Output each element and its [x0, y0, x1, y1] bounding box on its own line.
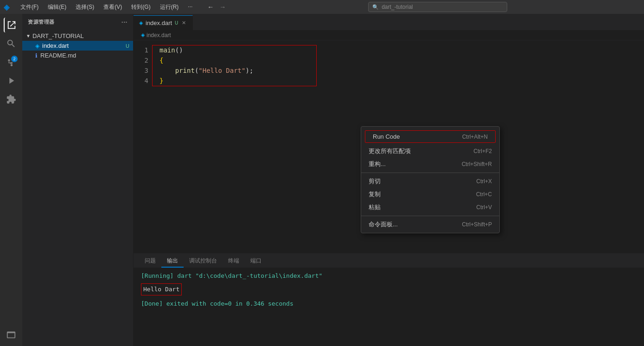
tab-bar: ◈ index.dart U ✕ — [134, 14, 644, 30]
menu-select[interactable]: 选择(S) — [72, 2, 98, 12]
ctx-cut-label: 剪切 — [369, 177, 381, 186]
breadcrumb: ◈ index.dart — [134, 30, 644, 40]
code-line-2: { — [159, 55, 644, 65]
search-bar: 🔍 dart_-tutorial — [235, 2, 640, 12]
ctx-divider-1 — [361, 173, 499, 173]
file-label-index: index.dart — [42, 42, 69, 49]
dart-file-icon: ◈ — [35, 43, 39, 49]
line-num-2: 2 — [137, 55, 148, 65]
output-running-line: [Running] dart "d:\code\dart_-tutorial\i… — [141, 271, 637, 281]
panel-tab-bar: 问题 输出 调试控制台 终端 端口 — [134, 254, 644, 268]
editor-code-area[interactable]: 1 2 3 4 main() { print("Hello Dart"); } — [134, 40, 644, 253]
tab-label: index.dart — [146, 19, 172, 26]
menu-goto[interactable]: 转到(G) — [128, 2, 154, 12]
file-readme[interactable]: ℹ README.md — [22, 51, 133, 60]
ctx-command-palette[interactable]: 命令面板... Ctrl+Shift+P — [361, 218, 499, 231]
panel-tab-problems[interactable]: 问题 — [139, 255, 161, 268]
source-control-badge: 2 — [11, 56, 18, 62]
ctx-run-code-shortcut: Ctrl+Alt+N — [462, 134, 488, 140]
ctx-refactor-shortcut: Ctrl+Shift+R — [462, 161, 492, 167]
ctx-paste-label: 粘贴 — [369, 203, 381, 211]
chevron-down-icon: ▼ — [26, 33, 31, 38]
file-label-readme: README.md — [40, 52, 76, 59]
output-hello-dart: Hello Dart — [141, 283, 182, 295]
ctx-change-all-shortcut: Ctrl+F2 — [473, 148, 492, 154]
file-index-dart[interactable]: ◈ index.dart U — [22, 41, 133, 51]
search-text: dart_-tutorial — [382, 4, 413, 10]
folder-label: DART_-TUTORIAL — [32, 32, 84, 39]
ctx-command-palette-label: 命令面板... — [369, 220, 398, 229]
search-input[interactable]: 🔍 dart_-tutorial — [368, 2, 507, 12]
ctx-copy[interactable]: 复制 Ctrl+C — [361, 188, 499, 201]
menu-file[interactable]: 文件(F) — [17, 2, 42, 12]
menu-more[interactable]: ··· — [184, 2, 196, 12]
vscode-logo: ◈ — [4, 3, 9, 12]
sidebar-tree: ▼ DART_-TUTORIAL ◈ index.dart U ℹ README… — [22, 30, 133, 346]
activity-source-control[interactable]: 2 — [4, 55, 19, 70]
ctx-change-all[interactable]: 更改所有匹配项 Ctrl+F2 — [361, 145, 499, 158]
nav-forward-button[interactable]: → — [217, 2, 228, 12]
code-line-3: print("Hello Dart"); — [159, 65, 644, 76]
code-line-1: main() — [159, 45, 644, 55]
tab-modified-indicator: U — [175, 20, 178, 26]
menu-edit[interactable]: 编辑(E) — [44, 2, 70, 12]
file-modified-badge: U — [126, 43, 129, 49]
activity-search[interactable] — [4, 36, 19, 51]
ctx-paste-shortcut: Ctrl+V — [476, 204, 492, 211]
sidebar-menu-button[interactable]: ··· — [121, 19, 128, 26]
breadcrumb-icon: ◈ — [141, 32, 145, 38]
panel-tab-ports[interactable]: 端口 — [245, 255, 267, 268]
line-num-1: 1 — [137, 45, 148, 55]
search-icon: 🔍 — [372, 4, 379, 10]
ctx-cut-shortcut: Ctrl+X — [476, 178, 492, 185]
menu-run[interactable]: 运行(R) — [156, 2, 183, 12]
tab-index-dart[interactable]: ◈ index.dart U ✕ — [134, 15, 193, 30]
sidebar-header: 资源管理器 ··· — [22, 14, 133, 30]
nav-back-button[interactable]: ← — [205, 2, 216, 12]
menu-view[interactable]: 查看(V) — [100, 2, 126, 12]
sidebar: 资源管理器 ··· ▼ DART_-TUTORIAL ◈ index.dart … — [22, 14, 134, 346]
ctx-paste[interactable]: 粘贴 Ctrl+V — [361, 201, 499, 214]
tab-close-button[interactable]: ✕ — [181, 19, 187, 26]
context-menu: Run Code Ctrl+Alt+N 更改所有匹配项 Ctrl+F2 重构..… — [361, 126, 500, 233]
activity-explorer[interactable] — [4, 18, 19, 32]
activity-run[interactable] — [4, 73, 19, 88]
activity-extensions[interactable] — [4, 92, 19, 107]
output-done-line: [Done] exited with code=0 in 0.346 secon… — [141, 299, 637, 308]
ctx-refactor-label: 重构... — [369, 160, 386, 168]
ctx-run-code[interactable]: Run Code Ctrl+Alt+N — [365, 131, 495, 142]
titlebar: ◈ 文件(F) 编辑(E) 选择(S) 查看(V) 转到(G) 运行(R) ··… — [0, 0, 644, 14]
breadcrumb-text: index.dart — [147, 32, 171, 38]
ctx-copy-shortcut: Ctrl+C — [476, 191, 492, 198]
main-layout: 2 资源管理器 ··· ▼ DART_-TUTORIAL ◈ in — [0, 14, 644, 346]
ctx-command-palette-shortcut: Ctrl+Shift+P — [462, 221, 492, 228]
editor-area: ◈ index.dart U ✕ ◈ index.dart 1 2 3 4 — [134, 14, 644, 346]
ctx-change-all-label: 更改所有匹配项 — [369, 147, 411, 155]
ctx-run-code-label: Run Code — [373, 133, 400, 140]
sidebar-title: 资源管理器 — [28, 19, 55, 26]
line-num-3: 3 — [137, 65, 148, 76]
panel-tab-debug[interactable]: 调试控制台 — [184, 255, 223, 268]
ctx-divider-2 — [361, 216, 499, 216]
ctx-cut[interactable]: 剪切 Ctrl+X — [361, 175, 499, 188]
panel-tab-output[interactable]: 输出 — [161, 255, 184, 268]
panel-output-content: [Running] dart "d:\code\dart_-tutorial\i… — [134, 268, 644, 346]
bottom-panel: 问题 输出 调试控制台 终端 端口 [Running] dart "d:\cod… — [134, 253, 644, 346]
ctx-refactor[interactable]: 重构... Ctrl+Shift+R — [361, 158, 499, 171]
activity-bar: 2 — [0, 14, 22, 346]
readme-file-icon: ℹ — [35, 52, 38, 59]
tab-dart-icon: ◈ — [139, 20, 143, 26]
panel-tab-terminal[interactable]: 终端 — [223, 255, 245, 268]
ctx-copy-label: 复制 — [369, 190, 381, 199]
code-line-4: } — [159, 76, 644, 86]
line-num-4: 4 — [137, 76, 148, 86]
folder-dart-tutorial[interactable]: ▼ DART_-TUTORIAL — [22, 31, 133, 41]
line-numbers: 1 2 3 4 — [134, 40, 152, 253]
menu-bar: 文件(F) 编辑(E) 选择(S) 查看(V) 转到(G) 运行(R) ··· — [17, 2, 196, 12]
activity-remote[interactable] — [4, 327, 19, 342]
